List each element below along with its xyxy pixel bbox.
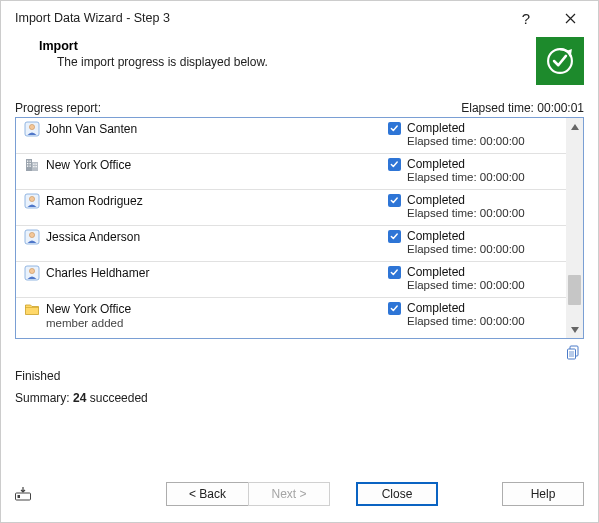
- titlebar: Import Data Wizard - Step 3 ?: [1, 1, 598, 35]
- total-elapsed: Elapsed time: 00:00:01: [461, 101, 584, 115]
- summary-text: Summary: 24 succeeded: [15, 391, 584, 405]
- item-elapsed: Elapsed time: 00:00:00: [407, 171, 525, 183]
- item-name: Jessica Anderson: [46, 230, 140, 244]
- scrollbar[interactable]: [566, 118, 583, 338]
- check-icon: [388, 194, 401, 207]
- svg-rect-10: [30, 166, 31, 167]
- svg-rect-14: [36, 166, 37, 167]
- list-item[interactable]: New York OfficeCompletedElapsed time: 00…: [16, 154, 566, 190]
- list-item[interactable]: New York Officemember addedCompletedElap…: [16, 298, 566, 334]
- svg-point-2: [29, 124, 34, 129]
- svg-rect-3: [26, 159, 32, 171]
- svg-rect-11: [33, 164, 34, 165]
- header-title: Import: [39, 39, 536, 53]
- item-status: Completed: [407, 121, 465, 135]
- check-icon: [388, 266, 401, 279]
- item-name: New York Office: [46, 302, 131, 316]
- item-elapsed: Elapsed time: 00:00:00: [407, 315, 525, 327]
- person-icon: [24, 193, 40, 209]
- folder-icon: [24, 301, 40, 317]
- item-status: Completed: [407, 301, 465, 315]
- scroll-down-icon[interactable]: [566, 321, 583, 338]
- building-icon: [24, 157, 40, 173]
- svg-rect-7: [27, 163, 28, 164]
- item-status: Completed: [407, 193, 465, 207]
- back-button[interactable]: < Back: [166, 482, 248, 506]
- wizard-header: Import The import progress is displayed …: [1, 35, 598, 93]
- svg-rect-12: [36, 164, 37, 165]
- svg-rect-9: [27, 166, 28, 167]
- scroll-up-icon[interactable]: [566, 118, 583, 135]
- person-icon: [24, 265, 40, 281]
- window-title: Import Data Wizard - Step 3: [15, 11, 170, 25]
- finished-text: Finished: [15, 369, 584, 383]
- svg-point-16: [29, 196, 34, 201]
- list-item[interactable]: Jessica AndersonCompletedElapsed time: 0…: [16, 226, 566, 262]
- item-status: Completed: [407, 229, 465, 243]
- check-icon: [388, 122, 401, 135]
- item-name: Ramon Rodriguez: [46, 194, 143, 208]
- svg-point-20: [29, 268, 34, 273]
- list-item[interactable]: Ramon RodriguezCompletedElapsed time: 00…: [16, 190, 566, 226]
- copy-icon[interactable]: [566, 345, 582, 361]
- save-log-icon[interactable]: [15, 487, 31, 501]
- person-icon: [24, 229, 40, 245]
- item-status: Completed: [407, 265, 465, 279]
- progress-list: John Van SantenCompletedElapsed time: 00…: [15, 117, 584, 339]
- import-banner-icon: [536, 37, 584, 85]
- item-name: John Van Santen: [46, 122, 137, 136]
- svg-rect-6: [30, 161, 31, 162]
- person-icon: [24, 121, 40, 137]
- close-icon[interactable]: [548, 3, 592, 33]
- item-name: New York Office: [46, 158, 131, 172]
- list-item[interactable]: John Van SantenCompletedElapsed time: 00…: [16, 118, 566, 154]
- svg-rect-4: [32, 162, 38, 171]
- header-subtitle: The import progress is displayed below.: [57, 55, 536, 69]
- help-icon[interactable]: ?: [504, 3, 548, 33]
- scroll-track[interactable]: [566, 135, 583, 321]
- item-elapsed: Elapsed time: 00:00:00: [407, 135, 525, 147]
- svg-rect-27: [18, 495, 21, 498]
- item-status: Completed: [407, 157, 465, 171]
- footer: < Back Next > Close Help: [1, 466, 598, 522]
- list-item[interactable]: Charles HeldhamerCompletedElapsed time: …: [16, 262, 566, 298]
- svg-rect-8: [30, 163, 31, 164]
- item-elapsed: Elapsed time: 00:00:00: [407, 243, 525, 255]
- progress-label: Progress report:: [15, 101, 101, 115]
- wizard-window: Import Data Wizard - Step 3 ? Import The…: [0, 0, 599, 523]
- svg-point-18: [29, 232, 34, 237]
- item-elapsed: Elapsed time: 00:00:00: [407, 207, 525, 219]
- scroll-thumb[interactable]: [568, 275, 581, 305]
- next-button: Next >: [248, 482, 330, 506]
- close-button[interactable]: Close: [356, 482, 438, 506]
- check-icon: [388, 158, 401, 171]
- help-button[interactable]: Help: [502, 482, 584, 506]
- svg-rect-5: [27, 161, 28, 162]
- item-sub: member added: [46, 317, 388, 329]
- svg-rect-13: [33, 166, 34, 167]
- check-icon: [388, 302, 401, 315]
- check-icon: [388, 230, 401, 243]
- item-name: Charles Heldhamer: [46, 266, 149, 280]
- item-elapsed: Elapsed time: 00:00:00: [407, 279, 525, 291]
